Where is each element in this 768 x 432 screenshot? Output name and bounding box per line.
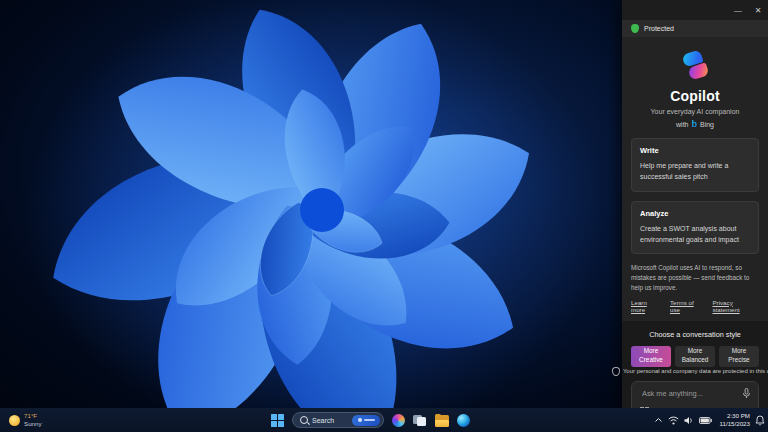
search-bing-badge[interactable] bbox=[352, 415, 380, 426]
copilot-subtitle: Your everyday AI companion bbox=[622, 108, 768, 115]
style-more-creative[interactable]: More Creative bbox=[631, 346, 671, 367]
file-explorer-icon[interactable] bbox=[435, 415, 449, 427]
suggestion-card-write[interactable]: Write Help me prepare and write a succes… bbox=[631, 138, 759, 192]
copilot-title: Copilot bbox=[622, 88, 768, 104]
weather-condition: Sunny bbox=[24, 420, 42, 428]
weather-temperature: 71°F bbox=[24, 412, 42, 420]
notification-bell-icon[interactable] bbox=[755, 415, 765, 426]
battery-icon[interactable] bbox=[699, 417, 712, 424]
bing-icon: b bbox=[691, 120, 697, 129]
wifi-icon[interactable] bbox=[668, 416, 679, 425]
privacy-note: Your personal and company data are prote… bbox=[623, 368, 768, 374]
task-view-icon[interactable] bbox=[413, 413, 427, 427]
desktop-wallpaper bbox=[0, 0, 622, 408]
copilot-taskbar-icon[interactable] bbox=[392, 414, 405, 427]
shield-icon bbox=[631, 24, 639, 33]
card-text: Help me prepare and write a successful s… bbox=[640, 161, 750, 183]
bloom-artwork bbox=[0, 0, 622, 408]
copilot-panel: — ✕ Protected Copilot Your everyday AI c… bbox=[622, 0, 768, 408]
style-more-precise[interactable]: More Precise bbox=[719, 346, 759, 367]
volume-icon[interactable] bbox=[684, 416, 694, 425]
taskbar: 71°F Sunny Search bbox=[0, 408, 768, 432]
copilot-hero: Copilot Your everyday AI companion with … bbox=[622, 37, 768, 129]
search-label: Search bbox=[312, 417, 348, 424]
terms-of-use-link[interactable]: Terms of use bbox=[670, 299, 704, 313]
card-category: Write bbox=[640, 146, 750, 155]
search-icon bbox=[300, 416, 308, 424]
suggestion-card-analyze[interactable]: Analyze Create a SWOT analysis about env… bbox=[631, 201, 759, 255]
panel-titlebar: — ✕ bbox=[622, 0, 768, 20]
learn-more-link[interactable]: Learn more bbox=[631, 299, 661, 313]
system-tray: 2:30 PM 11/15/2023 bbox=[654, 408, 765, 432]
start-button[interactable] bbox=[271, 414, 284, 427]
with-label: with bbox=[676, 121, 688, 128]
search-box[interactable]: Search bbox=[292, 412, 384, 428]
style-chooser: More Creative More Balanced More Precise bbox=[631, 346, 759, 367]
style-chooser-heading: Choose a conversation style bbox=[631, 330, 759, 339]
microphone-icon[interactable] bbox=[742, 388, 751, 399]
chat-input[interactable] bbox=[640, 388, 742, 399]
edge-browser-icon[interactable] bbox=[457, 414, 470, 427]
suggestion-cards: Write Help me prepare and write a succes… bbox=[622, 129, 768, 254]
close-button[interactable]: ✕ bbox=[748, 0, 768, 20]
ai-disclaimer: Microsoft Copilot uses AI to respond, so… bbox=[631, 263, 759, 292]
card-category: Analyze bbox=[640, 209, 750, 218]
protected-label: Protected bbox=[644, 25, 674, 32]
clock[interactable]: 2:30 PM 11/15/2023 bbox=[719, 412, 750, 428]
tray-date: 11/15/2023 bbox=[719, 420, 750, 428]
footer-links: Learn more Terms of use Privacy statemen… bbox=[631, 299, 759, 313]
card-text: Create a SWOT analysis about environment… bbox=[640, 224, 750, 246]
taskbar-center-icons: Search bbox=[271, 408, 470, 432]
minimize-button[interactable]: — bbox=[728, 0, 748, 20]
with-bing-row: with b Bing bbox=[622, 120, 768, 129]
weather-widget[interactable]: 71°F Sunny bbox=[0, 412, 42, 428]
privacy-statement-link[interactable]: Privacy statement bbox=[712, 299, 759, 313]
tray-time: 2:30 PM bbox=[727, 412, 750, 420]
style-more-balanced[interactable]: More Balanced bbox=[675, 346, 715, 367]
privacy-note-row: Your personal and company data are prote… bbox=[631, 367, 759, 376]
bing-label: Bing bbox=[700, 121, 714, 128]
sun-icon bbox=[9, 415, 20, 426]
protected-badge[interactable]: Protected bbox=[622, 20, 768, 37]
privacy-shield-icon bbox=[612, 367, 620, 376]
chevron-up-icon[interactable] bbox=[654, 417, 663, 423]
copilot-logo-icon bbox=[680, 50, 710, 80]
